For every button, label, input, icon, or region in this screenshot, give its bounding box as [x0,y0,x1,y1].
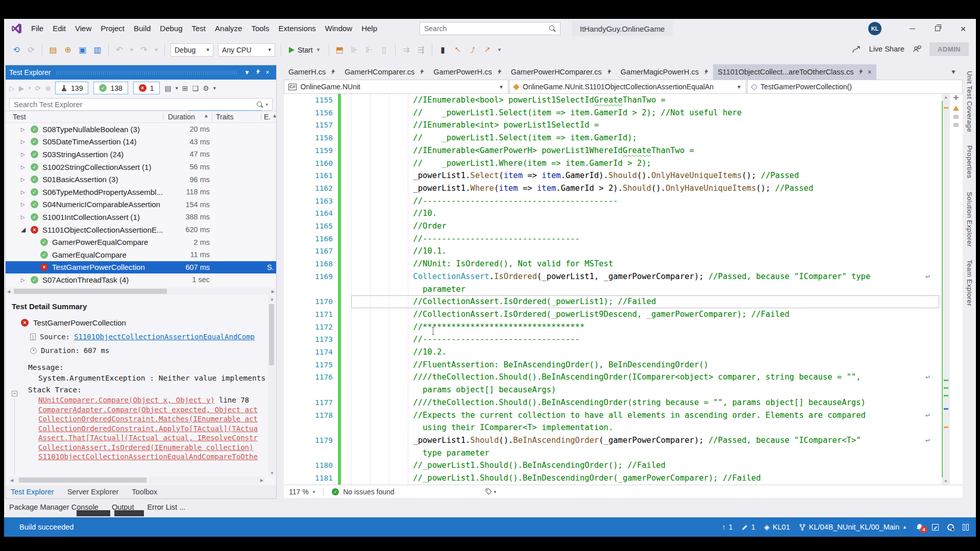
save-icon[interactable]: ▣ [78,45,88,55]
side-tab-properties[interactable]: Properties [966,145,973,179]
step-out-icon[interactable]: ⭧ [482,45,493,55]
test-tree-horizontal-scrollbar[interactable]: ◀ ▶ [6,288,276,295]
column-traits[interactable]: Traits [216,113,233,121]
panel-tab-server-explorer[interactable]: Server Explorer [67,488,119,496]
stack-frame-link[interactable]: CollectionOrderedConstraint.Matches(IEnu… [38,415,258,423]
restore-button[interactable] [925,19,950,38]
code-line[interactable]: 1172 //*********************************… [284,321,963,334]
code-line[interactable]: 1176 ////theCollection.Should().BeInAsce… [284,371,963,384]
menu-file[interactable]: File [27,24,48,33]
tag-tool[interactable]: ▾ [485,488,497,495]
code-line[interactable]: using their IComparer<T> implementation. [284,421,963,434]
expander-icon[interactable]: ▷ [21,214,31,220]
code-line[interactable]: 1169 CollectionAssert.IsOrdered(_powerLi… [284,270,963,283]
search-input[interactable]: Search [420,22,560,35]
code-line[interactable]: 1181 //_powerList1.Should().BeInDescendi… [284,472,963,485]
type-dropdown[interactable]: OnlineGame.NUnit.S1101ObjectCollectionAs… [509,80,746,94]
pin-icon[interactable] [606,68,611,76]
expander-icon[interactable]: ▷ [21,127,31,132]
side-tab-team-explorer[interactable]: Team Explorer [966,260,973,306]
start-debug-button[interactable]: Start ▾ [287,46,323,54]
notifications-bell[interactable]: 4 [916,523,923,531]
save-all-icon[interactable]: ▥ [92,45,103,55]
code-line[interactable]: 1163 //---------------------------------… [284,195,963,208]
settings-dropdown-icon[interactable]: ▾ [213,85,216,91]
code-line[interactable]: 1159 //IEnumerable<GamerPowerH> powerLis… [284,144,963,157]
code-line[interactable]: 1157 //IEnumerable<int> powerList1Select… [284,119,963,132]
document-tab[interactable]: GamerMagicPowerH.cs [616,64,713,80]
window-position-icon[interactable]: ▼ [242,69,252,76]
code-line[interactable]: 1165 //Order [284,220,963,233]
test-tree-row[interactable]: ▷✓S1002StringCollectionAssert (1)56 ms [6,161,276,173]
run-dropdown-icon[interactable]: ▾ [29,85,31,91]
code-line[interactable]: 1170 //CollectionAssert.IsOrdered(_power… [284,295,963,308]
panel-title[interactable]: Error List ... [147,503,185,511]
code-line[interactable]: 1168 //NUnit: IsOrdered(), Not valid for… [284,258,963,270]
minimize-button[interactable] [899,19,925,38]
side-tab-unit-test-coverage[interactable]: Unit Test Coverage [966,71,973,132]
search-dropdown-icon[interactable]: ▾ [265,102,268,107]
zoom-dropdown-icon[interactable]: ▾ [313,489,315,494]
scroll-right-icon[interactable]: ▶ [260,478,263,483]
menu-build[interactable]: Build [129,24,155,33]
menu-analyze[interactable]: Analyze [210,24,247,33]
close-button[interactable]: × [950,19,976,38]
failed-tests-badge[interactable]: × 1 [133,82,160,94]
code-editor[interactable]: 1155 //IEnumerable<bool> powerList1Selec… [284,94,963,485]
expander-icon[interactable]: ▷ [21,277,31,283]
run-icon[interactable]: ▶ [19,84,24,92]
code-line[interactable]: 1180 //_powerList1.Should().BeInAscendin… [284,459,963,472]
code-line[interactable]: 1175 //FluentAssertion: BeInAscendingOrd… [284,359,963,371]
bookmark-icon[interactable]: ▮ [438,45,448,55]
layout-columns-icon[interactable] [963,524,969,531]
pin-icon[interactable] [419,68,424,76]
redo-dropdown-icon[interactable]: ▾ [154,46,159,53]
scroll-up-icon[interactable]: ▲ [270,297,274,302]
test-tree-row[interactable]: ▷✓S07ActionThreadTask (4)1 sec [6,273,276,286]
code-line[interactable]: type parameter [284,447,963,460]
pending-changes[interactable]: 1 [742,523,755,531]
test-tree-row[interactable]: ▷✓S05DateTimeAssertion (14)43 ms [6,136,276,148]
solution-platform-select[interactable]: Any CPU▾ [218,43,275,57]
close-icon[interactable]: × [867,68,871,76]
code-line[interactable]: 1167 //10.1. [284,245,963,258]
playlist-dropdown-icon[interactable]: ▾ [176,85,178,91]
menu-window[interactable]: Window [321,24,357,33]
menu-tools[interactable]: Tools [247,24,274,33]
menu-test[interactable]: Test [187,24,211,33]
scroll-left-icon[interactable]: ◀ [10,478,13,483]
drag-grip[interactable] [56,70,237,75]
expander-icon[interactable]: ◢ [21,226,31,233]
feedback-icon[interactable] [932,524,939,531]
scroll-right-icon[interactable]: ▶ [272,289,275,294]
code-line[interactable]: 1177 ////theCollection.Should().BeInAsce… [284,396,963,409]
solution-configuration-select[interactable]: Debug▾ [170,43,213,57]
scroll-down-icon[interactable]: ▼ [270,471,274,475]
navigate-forward-icon[interactable]: ⟳ [26,45,36,55]
code-line[interactable]: 1162 _powerList1.Where(item => item.Game… [284,182,963,195]
step-into-icon[interactable]: ⭦ [453,45,463,55]
expander-icon[interactable]: ▷ [21,139,31,144]
scroll-left-icon[interactable]: ◀ [7,289,10,294]
test-tree-row[interactable]: ▷✓S06TypeMethodPropertyAssembl...118 ms [6,186,276,198]
feedback-icon[interactable] [913,45,921,53]
commit-status[interactable]: ◈ KL01 [764,523,790,531]
menu-debug[interactable]: Debug [155,24,187,33]
undo-icon[interactable]: ↶ [114,45,125,55]
side-tab-solution-explorer[interactable]: Solution Explorer [966,192,973,247]
test-tree-row[interactable]: ✓GamerPowerEqualCompare2 ms [6,236,276,248]
column-error[interactable]: E. [264,113,271,121]
hot-reload-icon[interactable]: ⬒ [335,45,345,55]
editor-vertical-scrollbar[interactable]: ▲ ▼ [942,94,950,485]
column-duration[interactable]: Duration [168,113,195,121]
document-tab[interactable]: GamerHComparer.cs [340,64,429,80]
scroll-down-icon[interactable]: ▼ [942,479,950,484]
detail-horizontal-scrollbar[interactable]: ◀ ▶ [9,477,265,483]
code-line[interactable]: 1179 _powerList1.Should().BeInAscendingO… [284,434,963,447]
member-dropdown[interactable]: TestGamerPowerCollection() [747,80,963,94]
show-threads-icon[interactable]: ⇶ [416,45,426,55]
test-tree-row[interactable]: ▷✓S08TypeNullableBoolean (3)20 ms [6,123,276,136]
expander-icon[interactable]: ▷ [21,177,31,182]
health-status[interactable]: No issues found [343,488,394,496]
add-item-icon[interactable]: ⊕ [63,45,73,55]
